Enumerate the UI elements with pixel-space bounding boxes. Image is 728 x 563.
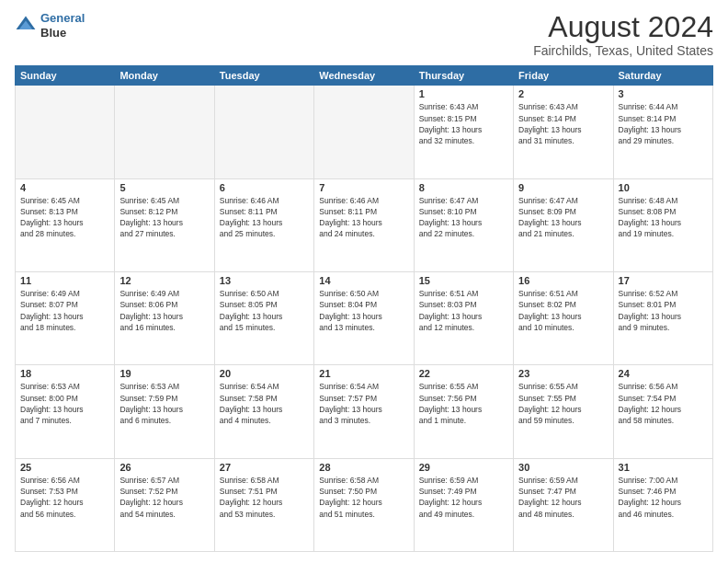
- calendar-cell: 2Sunrise: 6:43 AM Sunset: 8:14 PM Daylig…: [514, 86, 613, 178]
- day-info: Sunrise: 6:51 AM Sunset: 8:02 PM Dayligh…: [518, 288, 608, 333]
- header-row: SundayMondayTuesdayWednesdayThursdayFrid…: [16, 66, 713, 86]
- day-number: 23: [518, 368, 608, 379]
- day-info: Sunrise: 7:00 AM Sunset: 7:46 PM Dayligh…: [619, 475, 708, 520]
- day-number: 21: [319, 368, 408, 379]
- logo-text: General Blue: [40, 11, 85, 40]
- day-info: Sunrise: 6:56 AM Sunset: 7:54 PM Dayligh…: [619, 381, 708, 426]
- day-number: 3: [619, 88, 708, 99]
- day-number: 27: [220, 462, 309, 473]
- title-block: August 2024 Fairchilds, Texas, United St…: [533, 11, 713, 58]
- col-header-sunday: Sunday: [16, 66, 115, 86]
- day-number: 5: [119, 182, 209, 193]
- day-number: 15: [419, 275, 508, 286]
- day-number: 7: [319, 182, 408, 193]
- calendar-cell: 5Sunrise: 6:45 AM Sunset: 8:12 PM Daylig…: [115, 178, 214, 271]
- calendar-cell: 24Sunrise: 6:56 AM Sunset: 7:54 PM Dayli…: [613, 365, 712, 458]
- day-number: 16: [518, 275, 608, 286]
- calendar-cell: [16, 86, 115, 178]
- logo-icon: [15, 15, 37, 37]
- day-info: Sunrise: 6:49 AM Sunset: 8:07 PM Dayligh…: [20, 288, 109, 333]
- calendar-cell: 12Sunrise: 6:49 AM Sunset: 8:06 PM Dayli…: [115, 271, 214, 364]
- day-info: Sunrise: 6:48 AM Sunset: 8:08 PM Dayligh…: [619, 195, 708, 240]
- day-number: 19: [119, 368, 209, 379]
- day-info: Sunrise: 6:54 AM Sunset: 7:57 PM Dayligh…: [319, 381, 408, 426]
- day-number: 9: [518, 182, 608, 193]
- col-header-friday: Friday: [514, 66, 613, 86]
- col-header-monday: Monday: [115, 66, 214, 86]
- day-info: Sunrise: 6:43 AM Sunset: 8:14 PM Dayligh…: [518, 101, 608, 146]
- day-info: Sunrise: 6:45 AM Sunset: 8:12 PM Dayligh…: [119, 195, 209, 240]
- page: General Blue August 2024 Fairchilds, Tex…: [0, 0, 728, 563]
- day-info: Sunrise: 6:45 AM Sunset: 8:13 PM Dayligh…: [20, 195, 109, 240]
- calendar-cell: 16Sunrise: 6:51 AM Sunset: 8:02 PM Dayli…: [514, 271, 613, 364]
- calendar-table: SundayMondayTuesdayWednesdayThursdayFrid…: [15, 65, 713, 552]
- day-info: Sunrise: 6:58 AM Sunset: 7:51 PM Dayligh…: [220, 475, 309, 520]
- col-header-tuesday: Tuesday: [214, 66, 313, 86]
- day-info: Sunrise: 6:56 AM Sunset: 7:53 PM Dayligh…: [20, 475, 109, 520]
- calendar-cell: 10Sunrise: 6:48 AM Sunset: 8:08 PM Dayli…: [613, 178, 712, 271]
- calendar-cell: 6Sunrise: 6:46 AM Sunset: 8:11 PM Daylig…: [214, 178, 313, 271]
- day-info: Sunrise: 6:43 AM Sunset: 8:15 PM Dayligh…: [419, 101, 508, 146]
- week-row-1: 1Sunrise: 6:43 AM Sunset: 8:15 PM Daylig…: [16, 86, 713, 178]
- calendar-cell: 9Sunrise: 6:47 AM Sunset: 8:09 PM Daylig…: [514, 178, 613, 271]
- day-number: 10: [619, 182, 708, 193]
- day-number: 30: [518, 462, 608, 473]
- calendar-cell: 22Sunrise: 6:55 AM Sunset: 7:56 PM Dayli…: [414, 365, 513, 458]
- day-number: 11: [20, 275, 109, 286]
- day-number: 18: [20, 368, 109, 379]
- day-number: 6: [220, 182, 309, 193]
- calendar-cell: 25Sunrise: 6:56 AM Sunset: 7:53 PM Dayli…: [16, 458, 115, 551]
- calendar-cell: 18Sunrise: 6:53 AM Sunset: 8:00 PM Dayli…: [16, 365, 115, 458]
- calendar-subtitle: Fairchilds, Texas, United States: [533, 43, 713, 58]
- header: General Blue August 2024 Fairchilds, Tex…: [15, 11, 713, 58]
- day-info: Sunrise: 6:50 AM Sunset: 8:05 PM Dayligh…: [220, 288, 309, 333]
- day-number: 28: [319, 462, 408, 473]
- calendar-cell: 20Sunrise: 6:54 AM Sunset: 7:58 PM Dayli…: [214, 365, 313, 458]
- calendar-cell: 19Sunrise: 6:53 AM Sunset: 7:59 PM Dayli…: [115, 365, 214, 458]
- week-row-2: 4Sunrise: 6:45 AM Sunset: 8:13 PM Daylig…: [16, 178, 713, 271]
- logo: General Blue: [15, 11, 85, 40]
- day-info: Sunrise: 6:47 AM Sunset: 8:09 PM Dayligh…: [518, 195, 608, 240]
- calendar-cell: 1Sunrise: 6:43 AM Sunset: 8:15 PM Daylig…: [414, 86, 513, 178]
- day-number: 29: [419, 462, 508, 473]
- week-row-4: 18Sunrise: 6:53 AM Sunset: 8:00 PM Dayli…: [16, 365, 713, 458]
- day-number: 25: [20, 462, 109, 473]
- day-number: 24: [619, 368, 708, 379]
- day-info: Sunrise: 6:55 AM Sunset: 7:55 PM Dayligh…: [518, 381, 608, 426]
- day-info: Sunrise: 6:50 AM Sunset: 8:04 PM Dayligh…: [319, 288, 408, 333]
- day-info: Sunrise: 6:46 AM Sunset: 8:11 PM Dayligh…: [220, 195, 309, 240]
- day-number: 20: [220, 368, 309, 379]
- day-number: 17: [619, 275, 708, 286]
- day-number: 2: [518, 88, 608, 99]
- day-number: 31: [619, 462, 708, 473]
- calendar-cell: 15Sunrise: 6:51 AM Sunset: 8:03 PM Dayli…: [414, 271, 513, 364]
- day-number: 13: [220, 275, 309, 286]
- day-info: Sunrise: 6:53 AM Sunset: 7:59 PM Dayligh…: [119, 381, 209, 426]
- day-info: Sunrise: 6:46 AM Sunset: 8:11 PM Dayligh…: [319, 195, 408, 240]
- calendar-cell: 30Sunrise: 6:59 AM Sunset: 7:47 PM Dayli…: [514, 458, 613, 551]
- day-number: 26: [119, 462, 209, 473]
- col-header-thursday: Thursday: [414, 66, 513, 86]
- day-number: 4: [20, 182, 109, 193]
- day-number: 22: [419, 368, 508, 379]
- week-row-5: 25Sunrise: 6:56 AM Sunset: 7:53 PM Dayli…: [16, 458, 713, 551]
- calendar-cell: 3Sunrise: 6:44 AM Sunset: 8:14 PM Daylig…: [613, 86, 712, 178]
- calendar-cell: 27Sunrise: 6:58 AM Sunset: 7:51 PM Dayli…: [214, 458, 313, 551]
- calendar-cell: 4Sunrise: 6:45 AM Sunset: 8:13 PM Daylig…: [16, 178, 115, 271]
- day-info: Sunrise: 6:57 AM Sunset: 7:52 PM Dayligh…: [119, 475, 209, 520]
- logo-line1: General: [40, 11, 85, 25]
- calendar-cell: 7Sunrise: 6:46 AM Sunset: 8:11 PM Daylig…: [314, 178, 414, 271]
- calendar-cell: 17Sunrise: 6:52 AM Sunset: 8:01 PM Dayli…: [613, 271, 712, 364]
- calendar-cell: 14Sunrise: 6:50 AM Sunset: 8:04 PM Dayli…: [314, 271, 414, 364]
- calendar-cell: [214, 86, 313, 178]
- day-number: 12: [119, 275, 209, 286]
- calendar-cell: 8Sunrise: 6:47 AM Sunset: 8:10 PM Daylig…: [414, 178, 513, 271]
- col-header-saturday: Saturday: [613, 66, 712, 86]
- day-info: Sunrise: 6:58 AM Sunset: 7:50 PM Dayligh…: [319, 475, 408, 520]
- col-header-wednesday: Wednesday: [314, 66, 414, 86]
- calendar-cell: 21Sunrise: 6:54 AM Sunset: 7:57 PM Dayli…: [314, 365, 414, 458]
- week-row-3: 11Sunrise: 6:49 AM Sunset: 8:07 PM Dayli…: [16, 271, 713, 364]
- calendar-cell: [314, 86, 414, 178]
- day-info: Sunrise: 6:47 AM Sunset: 8:10 PM Dayligh…: [419, 195, 508, 240]
- calendar-cell: 23Sunrise: 6:55 AM Sunset: 7:55 PM Dayli…: [514, 365, 613, 458]
